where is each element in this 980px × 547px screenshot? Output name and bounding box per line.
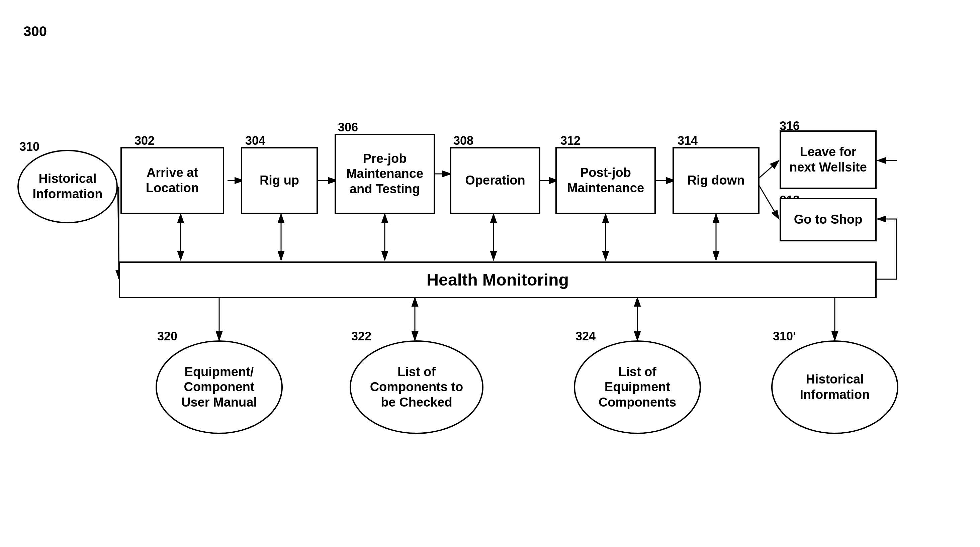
prejob-box: Pre-jobMaintenanceand Testing (334, 134, 435, 214)
go-to-shop-box: Go to Shop (780, 198, 877, 241)
operation-text: Operation (465, 173, 525, 188)
rig-up-text: Rig up (259, 173, 299, 188)
rig-up-box: Rig up (241, 147, 318, 214)
label-312: 312 (560, 134, 581, 148)
postjob-text: Post-jobMaintenance (567, 165, 644, 196)
leave-next-box: Leave fornext Wellsite (780, 130, 877, 189)
label-306: 306 (338, 120, 358, 135)
prejob-text: Pre-jobMaintenanceand Testing (346, 151, 423, 197)
svg-line-13 (756, 160, 779, 181)
label-320: 320 (157, 329, 177, 343)
label-322: 322 (351, 329, 371, 343)
equip-manual-ellipse: Equipment/ComponentUser Manual (156, 340, 283, 434)
label-304: 304 (245, 134, 265, 148)
equip-manual-text: Equipment/ComponentUser Manual (181, 365, 257, 410)
postjob-box: Post-jobMaintenance (555, 147, 656, 214)
historical-info-left: HistoricalInformation (18, 150, 118, 224)
list-equip-components-ellipse: List ofEquipmentComponents (574, 340, 701, 434)
label-308: 308 (453, 134, 473, 148)
label-302: 302 (135, 134, 154, 148)
go-to-shop-text: Go to Shop (794, 212, 862, 227)
label-310: 310 (19, 140, 40, 154)
list-components-checked-text: List ofComponents tobe Checked (370, 365, 463, 410)
historical-info-right-ellipse: HistoricalInformation (771, 340, 898, 434)
arrive-at-location-text: Arrive atLocation (146, 165, 199, 196)
health-monitoring-box: Health Monitoring (119, 262, 877, 298)
health-monitoring-text: Health Monitoring (426, 270, 569, 290)
list-components-checked-ellipse: List ofComponents tobe Checked (350, 340, 484, 434)
label-310-prime: 310' (773, 329, 796, 343)
label-324: 324 (576, 329, 595, 343)
list-equip-components-text: List ofEquipmentComponents (598, 365, 676, 410)
leave-next-text: Leave fornext Wellsite (789, 144, 867, 175)
historical-info-left-text: HistoricalInformation (33, 171, 103, 201)
operation-box: Operation (450, 147, 540, 214)
rig-down-text: Rig down (687, 173, 745, 188)
diagram-container: 300 (0, 0, 980, 547)
rig-down-box: Rig down (673, 147, 759, 214)
label-314: 314 (678, 134, 698, 148)
arrive-at-location-box: Arrive atLocation (121, 147, 224, 214)
figure-label: 300 (24, 24, 47, 40)
historical-info-right-text: HistoricalInformation (800, 372, 870, 402)
svg-line-14 (756, 181, 779, 219)
